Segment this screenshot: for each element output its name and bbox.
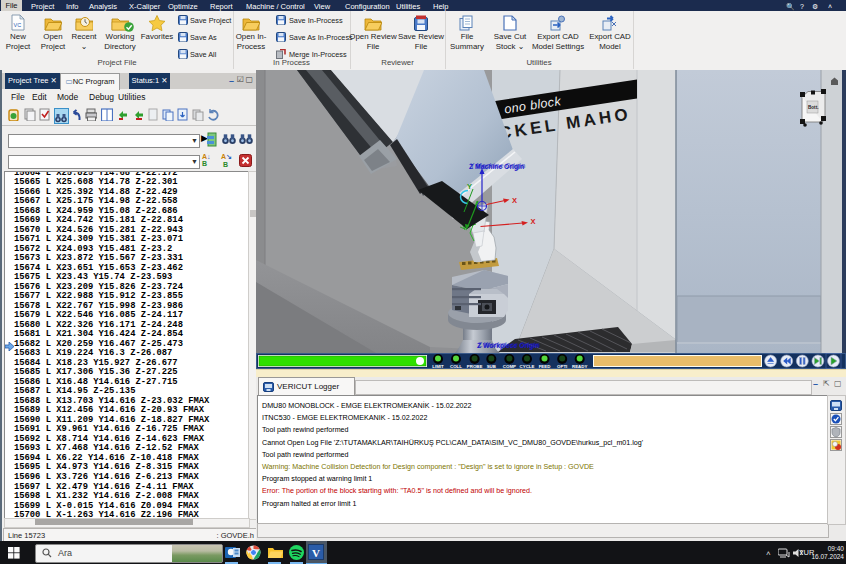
svg-text:X: X	[512, 196, 517, 205]
svg-text:Bott.: Bott.	[808, 105, 818, 110]
svg-text:Y: Y	[467, 182, 472, 191]
svg-text:X: X	[531, 217, 536, 226]
svg-text:Y Machine Origin: Y Machine Origin	[470, 162, 525, 170]
svg-text:V: V	[312, 547, 320, 559]
svg-text:Z Workpiece Origin: Z Workpiece Origin	[478, 341, 540, 349]
